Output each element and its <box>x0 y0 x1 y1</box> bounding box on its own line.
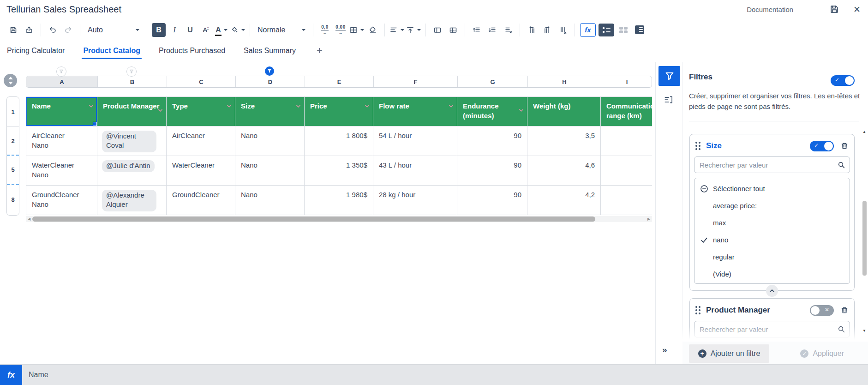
cell[interactable]: GroundCleaner <box>167 186 235 215</box>
cell[interactable]: AirCleaner Nano <box>26 126 97 156</box>
cell[interactable]: Nano <box>235 156 305 186</box>
scroll-right-arrow[interactable]: ▶ <box>646 216 652 222</box>
insert-column-left-button[interactable] <box>525 23 539 37</box>
cell[interactable]: 1 350$ <box>305 156 373 186</box>
sort-chevron-icon[interactable] <box>365 104 370 108</box>
underline-button[interactable]: U <box>183 23 197 37</box>
scrollbar-thumb[interactable] <box>862 201 867 276</box>
scrollbar-thumb[interactable] <box>32 217 595 222</box>
sort-chevron-icon[interactable] <box>158 108 163 112</box>
column-letter-d[interactable]: D <box>235 76 305 87</box>
search-icon[interactable] <box>838 325 845 333</box>
panel-list-tab[interactable] <box>662 93 676 107</box>
cell[interactable]: 54 L / hour <box>373 126 457 156</box>
merge-across-button[interactable] <box>446 23 460 37</box>
add-sheet-button[interactable]: + <box>317 45 323 57</box>
row-number-8[interactable]: 8 <box>7 185 19 214</box>
column-letter-f[interactable]: F <box>373 76 457 87</box>
tab-product-catalog[interactable]: Product Catalog <box>83 45 141 59</box>
filter-option-select-all[interactable]: Sélectionner tout <box>694 180 850 197</box>
column-letter-c[interactable]: C <box>167 76 235 87</box>
sort-chevron-icon[interactable] <box>227 104 232 108</box>
selection-fill-handle[interactable] <box>93 122 97 126</box>
formula-fx-toggle-button[interactable]: fx <box>580 23 596 37</box>
header-cell-type[interactable]: Type <box>167 97 235 126</box>
view-list-button[interactable] <box>635 25 644 34</box>
delete-row-button[interactable] <box>501 23 515 37</box>
share-button[interactable] <box>22 23 36 37</box>
cell[interactable]: AirCleaner <box>167 126 235 156</box>
cell[interactable] <box>601 126 652 156</box>
header-cell-weight[interactable]: Weight (kg) <box>527 97 601 126</box>
column-letter-e[interactable]: E <box>305 76 373 87</box>
cell[interactable]: 90 <box>457 126 527 156</box>
select-all-button[interactable] <box>4 74 17 87</box>
scrollbar-track[interactable] <box>32 216 646 222</box>
cell[interactable]: 3,5 <box>527 126 601 156</box>
fill-color-button[interactable] <box>230 23 245 37</box>
decrease-decimal-button[interactable]: 0,0← <box>318 23 332 37</box>
column-filter-icon-b[interactable] <box>126 66 137 77</box>
scroll-up-arrow[interactable]: ▲ <box>862 130 867 134</box>
apply-button[interactable]: ✓ Appliquer <box>797 344 847 363</box>
drag-handle-icon[interactable] <box>695 142 700 150</box>
cell[interactable] <box>601 186 652 215</box>
font-select[interactable]: Auto <box>84 23 143 37</box>
cell[interactable]: @Alexandre Alquier <box>97 186 167 215</box>
add-filter-button[interactable]: + Ajouter un filtre <box>689 344 769 363</box>
cell-style-select[interactable]: Normale <box>254 23 309 37</box>
borders-button[interactable] <box>349 23 364 37</box>
column-letter-g[interactable]: G <box>457 76 527 87</box>
column-filter-icon-d-active[interactable] <box>264 66 275 77</box>
cell[interactable]: 90 <box>457 156 527 186</box>
cell[interactable]: @Julie d'Antin <box>97 156 167 186</box>
documentation-link[interactable]: Documentation <box>747 6 793 13</box>
insert-row-above-button[interactable] <box>470 23 484 37</box>
text-color-button[interactable]: A <box>215 23 228 37</box>
header-cell-price[interactable]: Price <box>305 97 373 126</box>
delete-column-button[interactable] <box>556 23 570 37</box>
undo-button[interactable] <box>46 23 60 37</box>
sort-chevron-icon[interactable] <box>519 108 524 112</box>
header-cell-product-manager[interactable]: Product Manager <box>97 97 167 126</box>
cell[interactable]: 43 L / hour <box>373 156 457 186</box>
row-number-5[interactable]: 5 <box>7 156 19 185</box>
vertical-align-button[interactable] <box>406 23 421 37</box>
row-number-2[interactable]: 2 <box>7 126 19 156</box>
formula-value[interactable]: Name <box>29 371 48 379</box>
filter-option[interactable]: max <box>694 214 850 231</box>
scroll-left-arrow[interactable]: ◀ <box>26 216 32 222</box>
save-button[interactable] <box>6 23 20 37</box>
collapse-panel-button[interactable]: » <box>662 345 667 355</box>
cell[interactable]: WaterCleaner <box>167 156 235 186</box>
header-cell-communication-range[interactable]: Communication range (km) <box>601 97 652 126</box>
column-filter-icon-a[interactable] <box>56 66 66 77</box>
fx-icon[interactable]: fx <box>0 365 22 385</box>
row-number-1[interactable]: 1 <box>7 97 19 126</box>
filter-product-manager-toggle[interactable]: ✕ <box>810 305 834 316</box>
cell[interactable]: WaterCleaner Nano <box>26 156 97 186</box>
save-icon[interactable] <box>829 4 839 14</box>
tab-products-purchased[interactable]: Products Purchased <box>158 45 226 59</box>
filters-master-toggle[interactable]: ✓ <box>831 75 855 86</box>
insert-column-right-button[interactable] <box>540 23 554 37</box>
cell[interactable]: 28 kg / hour <box>373 186 457 215</box>
delete-filter-icon[interactable] <box>840 306 849 314</box>
header-cell-endurance[interactable]: Endurance (minutes) <box>457 97 527 126</box>
column-letter-b[interactable]: B <box>97 76 167 87</box>
view-grid-active-button[interactable] <box>599 24 614 36</box>
filter-option[interactable]: average price: <box>694 197 850 214</box>
filter-size-toggle[interactable]: ✓ <box>810 141 834 151</box>
cell[interactable]: Nano <box>235 126 305 156</box>
column-letter-i[interactable]: I <box>601 76 652 87</box>
filter-option[interactable]: (Vide) <box>694 265 850 283</box>
cell[interactable]: GroundCleaner Nano <box>26 186 97 215</box>
clear-format-eraser-button[interactable] <box>366 23 380 37</box>
sort-chevron-icon[interactable] <box>89 104 94 108</box>
merge-cells-button[interactable] <box>431 23 444 37</box>
filters-panel-tab-active[interactable] <box>658 66 680 86</box>
sort-chevron-icon[interactable] <box>449 104 454 108</box>
search-icon[interactable] <box>838 161 845 169</box>
column-letter-h[interactable]: H <box>527 76 601 87</box>
search-input[interactable] <box>694 325 838 333</box>
